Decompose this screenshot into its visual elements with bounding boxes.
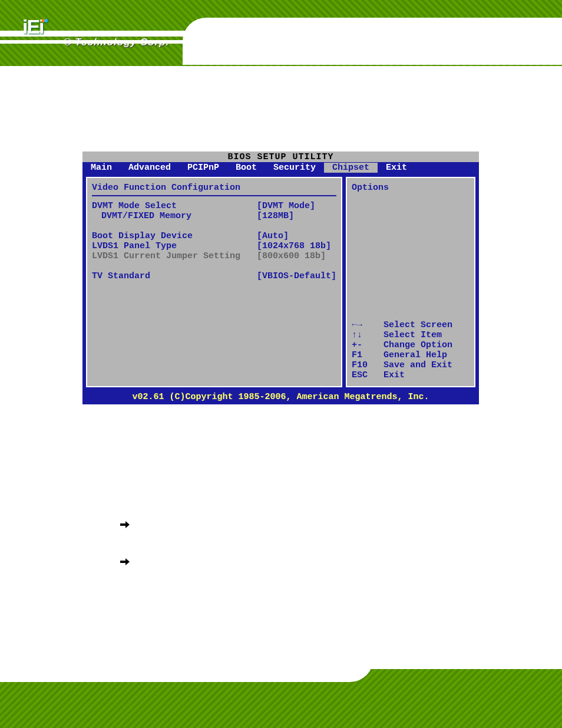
bios-hint-row: ←→Select Screen [352,320,470,330]
bios-setting-row[interactable]: TV Standard[VBIOS-Default] [92,271,336,281]
arrow-right-icon [120,519,130,530]
bios-tab-security[interactable]: Security [265,163,324,173]
bios-setting-label: Boot Display Device [92,231,257,241]
logo-text: iEi [22,15,44,38]
bios-setting-value: [VBIOS-Default] [257,271,336,281]
bios-setting-label: LVDS1 Current Jumper Setting [92,251,257,261]
bios-body: Video Function Configuration DVMT Mode S… [82,173,479,391]
bios-tab-advanced[interactable]: Advanced [120,163,179,173]
bios-title: BIOS SETUP UTILITY [82,151,479,162]
bios-screenshot: BIOS SETUP UTILITY Main Advanced PCIPnP … [82,151,479,404]
bios-tab-pcipnp[interactable]: PCIPnP [179,163,227,173]
bios-hint-row: F1General Help [352,350,470,360]
bios-hint-text: Change Option [384,340,452,350]
bios-hint-text: Select Screen [384,320,452,330]
bios-setting-value: [800x600 18b] [257,251,326,261]
bios-options-title: Options [352,183,470,193]
bios-right-pane: Options ←→Select Screen↑↓Select Item+-Ch… [346,177,475,387]
bios-hint-key: F1 [352,350,384,360]
bios-hint-text: Select Item [384,330,442,340]
bios-tab-chipset[interactable]: Chipset [324,163,378,173]
bios-setting-value: [DVMT Mode] [257,201,315,211]
bios-tab-boot[interactable]: Boot [227,163,265,173]
bios-setting-row: LVDS1 Current Jumper Setting[800x600 18b… [92,251,336,261]
bios-section-title: Video Function Configuration [92,183,336,193]
bios-hints: ←→Select Screen↑↓Select Item+-Change Opt… [352,320,470,380]
bios-tab-bar: Main Advanced PCIPnP Boot Security Chips… [82,162,479,173]
bios-hint-row: ESCExit [352,370,470,380]
bios-tab-main[interactable]: Main [82,163,120,173]
header-curve [183,18,562,65]
bios-hint-row: +-Change Option [352,340,470,350]
bios-hint-key: ESC [352,370,384,380]
bios-hint-key: +- [352,340,384,350]
list-item [120,518,140,530]
bios-setting-label: LVDS1 Panel Type [92,241,257,251]
bios-setting-row[interactable]: Boot Display Device[Auto] [92,231,336,241]
logo-subtitle: ® Technology Corp. [64,37,169,48]
bios-setting-value: [1024x768 18b] [257,241,331,251]
bios-hint-row: F10Save and Exit [352,360,470,370]
bios-setting-row[interactable]: LVDS1 Panel Type[1024x768 18b] [92,241,336,251]
logo: iEi●● [22,15,48,38]
bios-hint-key: ←→ [352,320,384,330]
bios-setting-row [92,261,336,271]
bios-setting-label: TV Standard [92,271,257,281]
bios-footer: v02.61 (C)Copyright 1985-2006, American … [82,391,479,404]
bios-hint-key: ↑↓ [352,330,384,340]
bios-tab-exit[interactable]: Exit [378,163,415,173]
bios-hint-text: Exit [384,370,405,380]
logo-dot-blue-icon: ● [44,15,47,25]
bios-hint-row: ↑↓Select Item [352,330,470,340]
arrow-right-icon [120,556,130,567]
arrow-list [120,518,140,592]
list-item [120,555,140,567]
bios-left-pane: Video Function Configuration DVMT Mode S… [86,177,342,387]
bios-hint-key: F10 [352,360,384,370]
footer-curve [0,664,373,682]
bios-divider [92,195,336,196]
header-banner: iEi●● ® Technology Corp. [0,0,562,66]
bios-setting-row [92,221,336,231]
footer-banner [0,664,562,728]
bios-hint-text: General Help [384,350,447,360]
bios-setting-label: DVMT/FIXED Memory [92,211,257,221]
bios-setting-value: [Auto] [257,231,289,241]
bios-setting-row[interactable]: DVMT/FIXED Memory[128MB] [92,211,336,221]
bios-setting-row[interactable]: DVMT Mode Select[DVMT Mode] [92,201,336,211]
bios-hint-text: Save and Exit [384,360,452,370]
bios-setting-label: DVMT Mode Select [92,201,257,211]
bios-setting-value: [128MB] [257,211,294,221]
